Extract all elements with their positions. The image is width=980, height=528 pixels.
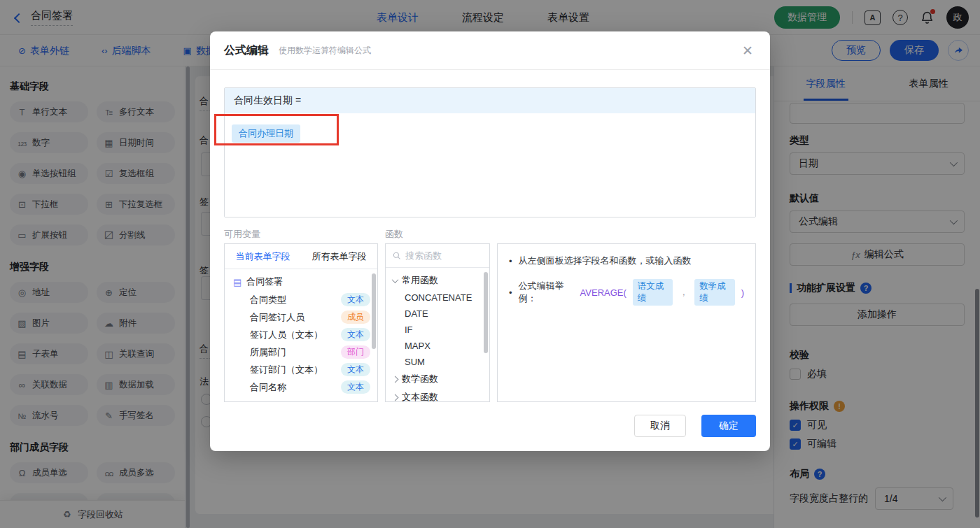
functions-panel: 常用函数 CONCATENATE DATE IF MAPX SUM 数学函数 文…	[385, 243, 490, 402]
function-search[interactable]	[386, 244, 489, 268]
document-icon: ▤	[233, 277, 241, 287]
variable-row[interactable]: 合同签订人员 成员	[225, 308, 377, 326]
variable-row[interactable]: 签订部门（文本） 文本	[225, 361, 377, 378]
close-icon[interactable]: ✕	[742, 43, 753, 58]
variable-row[interactable]: 所属部门 部门	[225, 343, 377, 361]
chevron-right-icon	[392, 394, 399, 401]
function-item[interactable]: MAPX	[386, 338, 489, 354]
function-group-text[interactable]: 文本函数	[386, 388, 489, 402]
variables-scrollbar[interactable]	[372, 273, 376, 349]
cancel-button[interactable]: 取消	[634, 415, 686, 437]
help-example-prefix: 公式编辑举例：	[519, 280, 574, 305]
function-item[interactable]: IF	[386, 322, 489, 338]
function-search-input[interactable]	[405, 250, 482, 261]
chevron-down-icon	[392, 276, 399, 283]
type-badge: 部门	[341, 345, 370, 359]
formula-target-label: 合同生效日期 =	[234, 94, 301, 107]
formula-edit-dialog: 公式编辑 使用数学运算符编辑公式 ✕ 合同生效日期 = 合同办理日期 可用变量 …	[210, 31, 770, 451]
variables-panel: 当前表单字段 所有表单字段 ▤ 合同签署 合同类型 文本 合同签订人员 成员 签…	[224, 243, 378, 402]
function-group-common[interactable]: 常用函数	[386, 271, 489, 290]
type-badge: 文本	[341, 363, 370, 376]
function-item[interactable]: DATE	[386, 306, 489, 322]
tree-root-form[interactable]: ▤ 合同签署	[225, 273, 377, 291]
formula-field-tag[interactable]: 合同办理日期	[232, 124, 300, 143]
variable-row[interactable]: 合同类型 文本	[225, 291, 377, 308]
variable-row[interactable]: 合同名称 文本	[225, 378, 377, 396]
chevron-right-icon	[392, 376, 399, 383]
variable-row[interactable]: 签订人员（文本） 文本	[225, 326, 377, 343]
comma: ，	[679, 286, 688, 299]
dialog-title: 公式编辑	[224, 43, 269, 58]
tab-all-form-fields[interactable]: 所有表单字段	[301, 244, 377, 269]
formula-input-area[interactable]: 合同办理日期	[225, 113, 755, 217]
function-name: AVERAGE(	[580, 287, 626, 298]
function-item[interactable]: SUM	[386, 354, 489, 370]
search-icon	[393, 251, 400, 260]
variables-label: 可用变量	[224, 228, 260, 241]
bullet: •	[509, 256, 512, 266]
functions-tree: 常用函数 CONCATENATE DATE IF MAPX SUM 数学函数 文…	[386, 268, 489, 402]
variables-tree: ▤ 合同签署 合同类型 文本 合同签订人员 成员 签订人员（文本） 文本 所属部…	[225, 269, 377, 396]
type-badge: 文本	[341, 328, 370, 341]
function-paren: )	[741, 287, 744, 298]
confirm-button[interactable]: 确定	[701, 415, 756, 437]
example-field-tag: 数学成绩	[694, 279, 734, 306]
formula-editor[interactable]: 合同生效日期 = 合同办理日期	[224, 87, 756, 217]
dialog-subtitle: 使用数学运算符编辑公式	[279, 45, 371, 57]
function-item[interactable]: CONCATENATE	[386, 290, 489, 306]
help-tip: 从左侧面板选择字段名和函数，或输入函数	[519, 255, 692, 267]
functions-scrollbar[interactable]	[484, 272, 488, 353]
function-group-math[interactable]: 数学函数	[386, 370, 489, 388]
formula-help-panel: • 从左侧面板选择字段名和函数，或输入函数 • 公式编辑举例：AVERAGE( …	[497, 243, 756, 402]
tab-current-form-fields[interactable]: 当前表单字段	[225, 244, 301, 269]
type-badge: 成员	[341, 311, 370, 324]
type-badge: 文本	[341, 380, 370, 394]
example-field-tag: 语文成绩	[633, 279, 673, 306]
bullet: •	[509, 287, 512, 298]
type-badge: 文本	[341, 293, 370, 306]
functions-label: 函数	[385, 228, 403, 241]
